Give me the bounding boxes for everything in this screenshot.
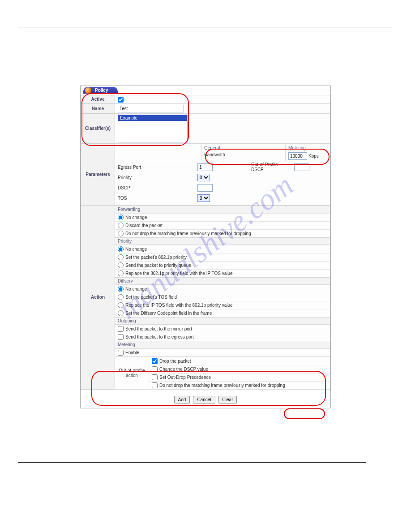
outgoing-heading: Outgoing [115,317,330,325]
radio-icon[interactable] [118,270,124,276]
radio-icon[interactable] [118,262,124,268]
highlight-bottom-right [284,408,325,419]
radio-icon[interactable] [118,294,124,300]
priority-opt-3[interactable]: Replace the 802.1p priority field with t… [115,269,330,277]
bandwidth-input[interactable] [288,152,307,160]
radio-icon[interactable] [118,310,124,316]
classifiers-listbox[interactable]: Example [118,115,188,142]
policy-tab[interactable]: Policy [83,87,118,94]
tab-header: Policy [81,86,330,95]
checkbox-icon[interactable] [118,326,124,332]
priority-heading: Priority [115,237,330,245]
tab-label: Policy [95,88,108,93]
radio-icon[interactable] [118,246,124,252]
priority-select[interactable]: 0 [197,174,210,181]
radio-icon[interactable] [118,231,124,236]
checkbox-icon[interactable] [152,374,158,380]
action-label: Action [81,205,115,389]
name-label: Name [81,103,115,113]
out-of-profile-action-group: Out-of-profile action Drop the packet Ch… [115,356,330,389]
tos-param-label: TOS [118,196,194,201]
page-top-rule [18,27,393,27]
clear-button[interactable]: Clear [218,396,237,403]
egress-port-label: Egress Port [118,165,194,170]
oop-opt-3[interactable]: Do not drop the matching frame previousl… [149,381,330,389]
priority-param-label: Priority [118,175,194,180]
oop-dscp-input[interactable] [294,163,309,171]
forwarding-opt-2[interactable]: Do not drop the matching frame previousl… [115,229,330,237]
egress-port-input[interactable] [197,163,213,171]
outgoing-opt-0[interactable]: Send the packet to the mirror port [115,325,330,333]
diffserv-opt-2[interactable]: Replace the IP TOS field with the 802.1p… [115,301,330,309]
oop-action-label: Out-of-profile action [115,357,149,389]
active-checkbox[interactable] [118,97,124,103]
radio-icon[interactable] [118,254,124,260]
radio-icon[interactable] [118,286,124,292]
metering-enable[interactable]: Enable [115,348,330,356]
priority-opt-2[interactable]: Send the packet to priority queue [115,261,330,269]
add-button[interactable]: Add [174,396,190,403]
oop-opt-0[interactable]: Drop the packet [149,357,330,365]
oop-dscp-label: Out-of-Profile DSCP [251,162,291,172]
checkbox-icon[interactable] [152,366,158,372]
priority-opt-0[interactable]: No change [115,245,330,253]
cancel-button[interactable]: Cancel [193,396,215,403]
general-heading: General [201,145,285,151]
forwarding-heading: Forwarding [115,206,330,213]
checkbox-icon[interactable] [118,350,124,356]
parameters-label: Parameters [81,143,115,205]
page-bottom-rule [18,462,366,463]
policy-form-table: Active Name Classifier(s) Example [81,95,330,390]
checkbox-icon[interactable] [152,382,158,388]
tos-select[interactable]: 0 [197,194,210,202]
oop-opt-2[interactable]: Set Out-Drop Precedence [149,373,330,381]
checkbox-icon[interactable] [152,358,158,364]
priority-opt-1[interactable]: Set the packet's 802.1p priority [115,253,330,261]
radio-icon[interactable] [118,302,124,308]
diffserv-heading: Diffserv [115,277,330,285]
oop-opt-1[interactable]: Change the DSCP value [149,365,330,373]
dscp-param-label: DSCP [118,185,194,190]
dscp-input[interactable] [197,184,213,192]
outgoing-opt-1[interactable]: Send the packet to the egress port [115,333,330,341]
metering-heading: Metering [286,145,330,151]
classifiers-label: Classifier(s) [81,113,115,143]
name-input[interactable] [118,105,184,112]
diffserv-opt-3[interactable]: Set the Diffserv Codepoint field in the … [115,309,330,317]
diffserv-opt-0[interactable]: No change [115,285,330,293]
forwarding-opt-1[interactable]: Discard the packet [115,221,330,229]
metering-heading2: Metering [115,341,330,348]
policy-config-panel: manualshive.com Policy Active Name [80,86,331,408]
button-row: Add Cancel Clear [81,390,330,408]
classifier-item[interactable]: Example [118,115,187,121]
diffserv-opt-1[interactable]: Set the packet's TOS field [115,293,330,301]
checkbox-icon[interactable] [118,334,124,340]
active-label: Active [81,95,115,104]
radio-icon[interactable] [118,223,124,228]
bandwidth-label: Bandwidth [204,152,225,157]
bandwidth-unit: Kbps [308,154,319,159]
forwarding-opt-0[interactable]: No change [115,213,330,221]
radio-icon[interactable] [118,215,124,220]
